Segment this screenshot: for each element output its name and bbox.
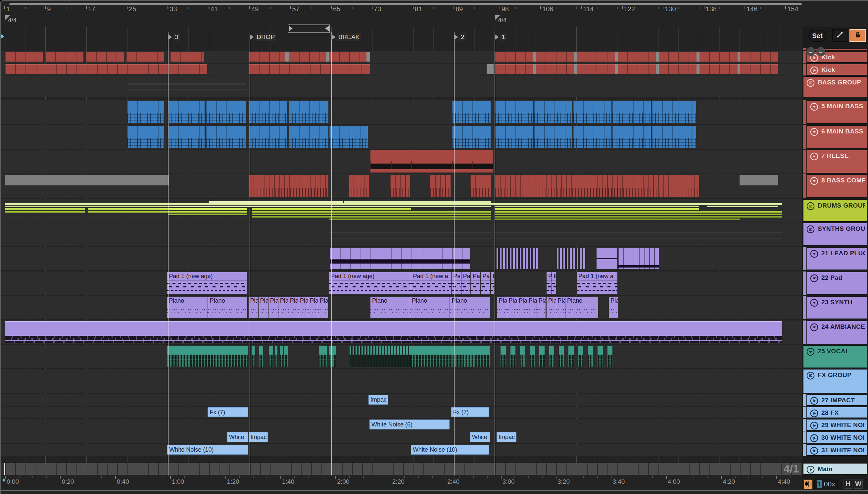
clip-blue[interactable]: [329, 126, 368, 148]
play-icon[interactable]: [810, 66, 819, 76]
clip-vocal[interactable]: [269, 346, 273, 367]
clip-pad[interactable]: Pad 1 (new a: [577, 272, 617, 294]
track-header-wn29[interactable]: 29 WHITE NOI: [806, 419, 867, 431]
clip-vocal[interactable]: [452, 346, 490, 367]
clip-vocal[interactable]: [284, 346, 288, 367]
clip-fxclip[interactable]: Impac: [368, 395, 388, 405]
clip-gray[interactable]: [739, 175, 778, 185]
clip-vocal[interactable]: [259, 346, 263, 367]
locator-flag-3[interactable]: 3: [168, 33, 180, 41]
clip-compfull[interactable]: [249, 175, 328, 197]
clip-ksep[interactable]: [326, 52, 329, 62]
track-header-fx28[interactable]: 28 FX: [806, 406, 867, 418]
clip-leadst[interactable]: [497, 248, 538, 269]
clip-vocal[interactable]: [568, 346, 573, 367]
clip-blue[interactable]: [652, 101, 696, 123]
clip-vocal[interactable]: [539, 346, 544, 367]
clip-blue[interactable]: [289, 126, 328, 148]
clip-leadblock[interactable]: [597, 248, 617, 269]
clip-pianosm[interactable]: Pia: [258, 297, 268, 318]
group-icon[interactable]: [806, 225, 815, 235]
track-header-main[interactable]: Main: [803, 463, 867, 475]
group-icon[interactable]: [806, 371, 815, 381]
clip-blue[interactable]: [613, 126, 651, 148]
clip-pianosm[interactable]: Pia: [556, 297, 565, 318]
clip-padsm[interactable]: Pa: [451, 272, 461, 294]
clip-kick[interactable]: [126, 52, 164, 62]
play-icon[interactable]: [810, 421, 819, 432]
track-header-mb5[interactable]: 5 MAIN BASS: [806, 100, 867, 124]
track-lane-main[interactable]: 4/1: [1, 463, 802, 475]
clip-vocal[interactable]: [598, 346, 602, 367]
track-header-synth23[interactable]: 23 SYNTH: [806, 296, 867, 319]
locator-flag-drop[interactable]: DROP: [250, 33, 276, 41]
clip-kick[interactable]: [249, 64, 370, 74]
clip-kick[interactable]: [45, 52, 83, 62]
track-header-lead[interactable]: 21 LEAD PLUC: [806, 247, 867, 270]
clip-padsm[interactable]: Pa: [462, 272, 471, 294]
track-lane-fxgroup[interactable]: [1, 369, 802, 393]
back-button[interactable]: ←: [806, 47, 815, 56]
clip-leadst[interactable]: [557, 248, 586, 269]
clip-ksep[interactable]: [656, 52, 658, 62]
track-header-wn31[interactable]: 31 WHITE NOI: [806, 444, 867, 456]
track-header-kick1[interactable]: Kick: [806, 51, 867, 63]
loop-brace[interactable]: [288, 24, 330, 33]
clip-kick[interactable]: [329, 52, 366, 62]
set-locator-button[interactable]: Set: [808, 30, 826, 42]
clip-vocal[interactable]: [275, 346, 277, 367]
clip-pianosm[interactable]: Pia: [269, 297, 278, 318]
track-header-mb6[interactable]: 6 MAIN BASS: [806, 125, 867, 149]
clip-blue[interactable]: [206, 101, 246, 123]
clip-ksep[interactable]: [487, 64, 494, 74]
clip-blue[interactable]: [534, 126, 572, 148]
clip-blue[interactable]: [289, 101, 328, 123]
clip-vocal[interactable]: [578, 346, 583, 367]
clip-vocal[interactable]: [501, 346, 505, 367]
clip-compfull[interactable]: [349, 175, 369, 197]
clip-fxclip[interactable]: White: [227, 432, 248, 442]
track-header-pad[interactable]: 22 Pad: [806, 271, 867, 295]
clip-reese[interactable]: [370, 150, 493, 172]
locator-flag-1[interactable]: 1: [495, 33, 506, 41]
clip-fxclip[interactable]: White Noise (10): [411, 445, 489, 455]
midi-track-icon[interactable]: [810, 152, 819, 162]
clip-pianosm[interactable]: Pia: [546, 297, 556, 318]
clip-fxclip[interactable]: Fx (7): [208, 407, 248, 417]
clip-vocal[interactable]: [549, 346, 554, 367]
track-height-button[interactable]: H: [844, 479, 852, 489]
clip-kick[interactable]: [289, 52, 326, 62]
clip-compfull[interactable]: [390, 175, 410, 197]
clip-vocal[interactable]: [520, 346, 525, 367]
clip-pianosm[interactable]: Pia: [507, 297, 517, 318]
clip-vocal[interactable]: [329, 346, 336, 367]
clip-ksep[interactable]: [737, 64, 740, 74]
play-icon[interactable]: [810, 446, 819, 457]
clip-vocal[interactable]: [280, 346, 283, 367]
clip-piano[interactable]: Piano: [208, 297, 248, 318]
clip-kick[interactable]: [170, 52, 204, 62]
midi-track-icon[interactable]: [810, 176, 819, 187]
clip-kick[interactable]: [495, 52, 778, 62]
clip-padsm[interactable]: P: [546, 272, 552, 294]
clip-kick[interactable]: [495, 64, 778, 74]
track-lane-fx28[interactable]: [1, 406, 802, 418]
clip-pianosm[interactable]: Pia: [537, 297, 545, 318]
clip-pianosm[interactable]: Pia: [497, 297, 506, 318]
clip-fxclip[interactable]: White Noise (10): [167, 445, 248, 455]
clip-blue[interactable]: [452, 126, 490, 148]
clip-vocal[interactable]: [252, 346, 255, 367]
clip-ksep[interactable]: [737, 52, 740, 62]
midi-track-icon[interactable]: [810, 102, 819, 113]
clip-fxclip[interactable]: Impac: [497, 432, 517, 442]
clip-compfull[interactable]: [495, 175, 699, 197]
clip-vocal[interactable]: [559, 346, 564, 367]
clip-fxclip[interactable]: White Noise (6): [369, 419, 449, 430]
track-header-amb[interactable]: 24 AMBIANCE: [806, 321, 867, 344]
clip-blue[interactable]: [168, 101, 204, 123]
play-icon[interactable]: [806, 465, 815, 475]
clip-blue[interactable]: [452, 101, 490, 123]
track-header-reese[interactable]: 7 REESE: [806, 150, 867, 173]
clip-blue[interactable]: [127, 126, 165, 148]
clip-blue[interactable]: [495, 126, 533, 148]
